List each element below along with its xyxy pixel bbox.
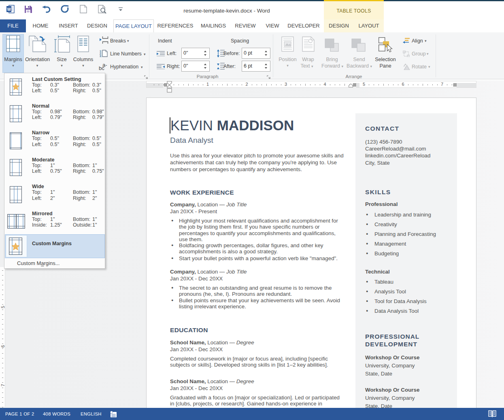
svg-text:a-: a- (102, 63, 107, 68)
svg-text:3:: 3: (100, 55, 102, 57)
svg-text:W: W (7, 7, 11, 12)
